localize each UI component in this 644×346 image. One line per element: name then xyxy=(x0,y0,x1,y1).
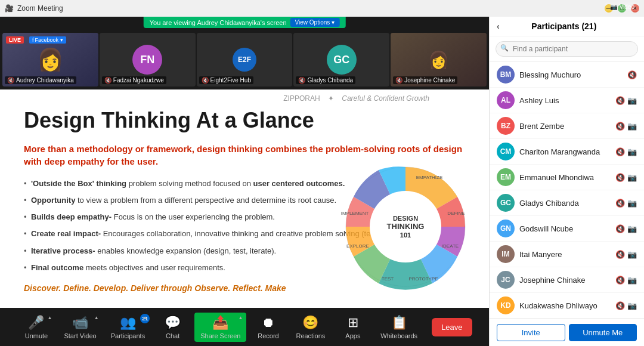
collapse-chevron[interactable]: ‹ xyxy=(497,21,500,31)
video-caret[interactable]: ▲ xyxy=(94,315,99,320)
avatar-gladys: GC xyxy=(327,45,357,75)
participant-name-cm: Charlton Marangwanda xyxy=(519,147,611,156)
participant-item-gc[interactable]: GC Gladys Chibanda 🔇 📷 xyxy=(490,190,644,216)
toolbar: 🎤 Unmute ▲ 📹 Start Video ▲ 👥 Participant… xyxy=(0,308,489,346)
mic-icon: 🔇 xyxy=(7,77,14,84)
screen-share-banner: You are viewing Audrey Chidawanyika's sc… xyxy=(144,17,346,28)
apps-button[interactable]: ⊞ Apps xyxy=(333,313,372,342)
unmute-caret[interactable]: ▲ xyxy=(48,315,52,320)
participant-name-kd: Kudakwashe Dhliwayo xyxy=(519,301,611,310)
participant-item-em[interactable]: EM Emmanuel Mhondiwa 🔇 📷 xyxy=(490,165,644,190)
svg-text:DEFINE: DEFINE xyxy=(447,211,465,216)
participant-icons-kd: 🔇 📷 xyxy=(615,301,637,310)
chat-icon: 💬 xyxy=(165,315,181,330)
participant-item-al[interactable]: AL Ashley Luis 🔇 📷 xyxy=(490,88,644,113)
participant-icons-bz: 🔇 📷 xyxy=(615,122,637,131)
participant-item-gn[interactable]: GN Godswill Ncube 🔇 📷 xyxy=(490,216,644,242)
banner-text: You are viewing Audrey Chidawanyika's sc… xyxy=(150,19,287,26)
participant-item-kd[interactable]: KD Kudakwashe Dhliwayo 🔇 📷 xyxy=(490,293,644,319)
presentation-area: ZIPPORAH ✦ Careful & Confident Growth De… xyxy=(0,89,489,308)
design-thinking-diagram: DESIGN THINKING 101 EMPATHIZE DEFINE IDE… xyxy=(340,161,471,292)
video-icon-im: 📷 xyxy=(627,250,637,259)
whiteboards-button[interactable]: 📋 Whiteboards xyxy=(374,313,423,342)
share-screen-button[interactable]: 📤 Share Screen ▲ xyxy=(194,313,246,342)
avatar-bm: BM xyxy=(497,66,515,84)
start-video-button[interactable]: 📹 Start Video ▲ xyxy=(58,313,102,342)
mute-icon-gc: 🔇 xyxy=(615,199,625,208)
mic-icon: 🔇 xyxy=(395,77,402,84)
avatar-bz: BZ xyxy=(497,117,515,135)
reactions-button[interactable]: 😊 Reactions xyxy=(290,313,331,342)
mute-icon-kd: 🔇 xyxy=(615,301,625,310)
leave-button[interactable]: Leave xyxy=(432,318,472,336)
participants-caret[interactable]: ▲ xyxy=(143,315,147,320)
participant-name-jc: Josephine Chinake xyxy=(519,276,611,285)
avatar-em: EM xyxy=(497,168,515,186)
participant-name-al: Ashley Luis xyxy=(519,96,611,105)
svg-text:DESIGN: DESIGN xyxy=(393,215,418,222)
avatar-jc: JC xyxy=(497,271,515,289)
slide-title: Design Thinking At a Glance xyxy=(24,107,465,133)
participants-button[interactable]: 👥 Participants 21 ▲ xyxy=(105,313,151,342)
video-thumb-fadzai[interactable]: FN 🔇 Fadzai Ngakudzwe xyxy=(100,33,196,86)
participant-label-fadzai: 🔇 Fadzai Ngakudzwe xyxy=(102,76,166,84)
participant-name-im: Itai Manyere xyxy=(519,250,611,259)
avatar-gn: GN xyxy=(497,220,515,237)
video-icon-jc: 📷 xyxy=(627,276,637,285)
video-thumb-gladys[interactable]: GC 🔇 Gladys Chibanda xyxy=(293,33,389,86)
svg-text:IDEATE: IDEATE xyxy=(442,243,459,249)
mute-icon-bm: 🔇 xyxy=(627,70,637,79)
svg-text:TEST: TEST xyxy=(382,276,394,282)
participant-icons-gn: 🔇 📷 xyxy=(615,224,637,233)
svg-text:EXPLORE: EXPLORE xyxy=(346,243,369,249)
video-icon-al: 📷 xyxy=(627,96,637,105)
participant-search-area[interactable] xyxy=(490,36,644,62)
participant-item-bm[interactable]: BM Blessing Muchuro 🔇 xyxy=(490,62,644,88)
video-icon-gn: 📷 xyxy=(627,224,637,233)
camera-icon: 📹 xyxy=(72,315,88,330)
participants-panel: ‹ Participants (21) BM Blessing Muchuro … xyxy=(489,17,644,346)
search-wrap xyxy=(496,41,638,57)
share-caret[interactable]: ▲ xyxy=(239,315,243,320)
video-icon-gc: 📷 xyxy=(627,199,637,208)
apps-icon: ⊞ xyxy=(348,315,358,330)
participant-icons-im: 🔇 📷 xyxy=(615,250,637,259)
avatar-gc: GC xyxy=(497,194,515,212)
video-thumb-josephine[interactable]: 👩 🔇 Josephine Chinake xyxy=(391,33,487,86)
share-screen-icon: 📤 xyxy=(212,315,228,330)
svg-text:101: 101 xyxy=(400,231,411,239)
participant-icons-bm: 🔇 xyxy=(627,70,637,79)
video-icon-kd: 📷 xyxy=(627,301,637,310)
view-options-button[interactable]: View Options ▾ xyxy=(290,18,340,27)
mute-icon-im: 🔇 xyxy=(615,250,625,259)
participant-label-josephine: 🔇 Josephine Chinake xyxy=(393,76,457,84)
svg-text:PROTOTYPE: PROTOTYPE xyxy=(408,276,438,282)
invite-button[interactable]: Invite xyxy=(497,324,565,341)
mute-icon-gn: 🔇 xyxy=(615,224,625,233)
video-thumb-audrey[interactable]: 👩 LIVE f Facebook ▾ 🔇 Audrey Chidawanyik… xyxy=(2,33,98,86)
mic-icon: 🔇 xyxy=(104,77,112,84)
participant-item-im[interactable]: IM Itai Manyere 🔇 📷 xyxy=(490,242,644,267)
chat-button[interactable]: 💬 Chat xyxy=(153,313,192,342)
participants-title: Participants (21) xyxy=(531,21,596,31)
search-input[interactable] xyxy=(496,41,638,57)
whiteboards-icon: 📋 xyxy=(391,315,407,330)
participant-item-jc[interactable]: JC Josephine Chinake 🔇 📷 xyxy=(490,267,644,293)
unmute-me-button[interactable]: Unmute Me xyxy=(569,324,637,341)
participant-label-gladys: 🔇 Gladys Chibanda xyxy=(296,76,355,84)
participant-name-bz: Brent Zembe xyxy=(519,122,611,131)
mic-icon: 🔇 xyxy=(202,77,209,84)
participants-header: ‹ Participants (21) xyxy=(490,17,644,36)
video-thumb-eight2five[interactable]: E2F 🔇 Eight2Five Hub xyxy=(197,33,293,86)
participant-item-bz[interactable]: BZ Brent Zembe 🔇 📷 xyxy=(490,113,644,139)
app-title-text: Zoom Meeting xyxy=(17,4,63,13)
mic-icon: 🔇 xyxy=(298,77,305,84)
video-icon-cm: 📷 xyxy=(627,147,637,156)
app-title: 🎥 Zoom Meeting xyxy=(5,4,63,13)
record-button[interactable]: ⏺ Record xyxy=(249,313,287,342)
unmute-button[interactable]: 🎤 Unmute ▲ xyxy=(17,313,55,342)
participant-item-cm[interactable]: CM Charlton Marangwanda 🔇 📷 xyxy=(490,139,644,165)
slide-logo: ZIPPORAH ✦ Careful & Confident Growth xyxy=(283,94,429,103)
mute-icon-jc: 🔇 xyxy=(615,276,625,285)
participant-icons-gc: 🔇 📷 xyxy=(615,199,637,208)
